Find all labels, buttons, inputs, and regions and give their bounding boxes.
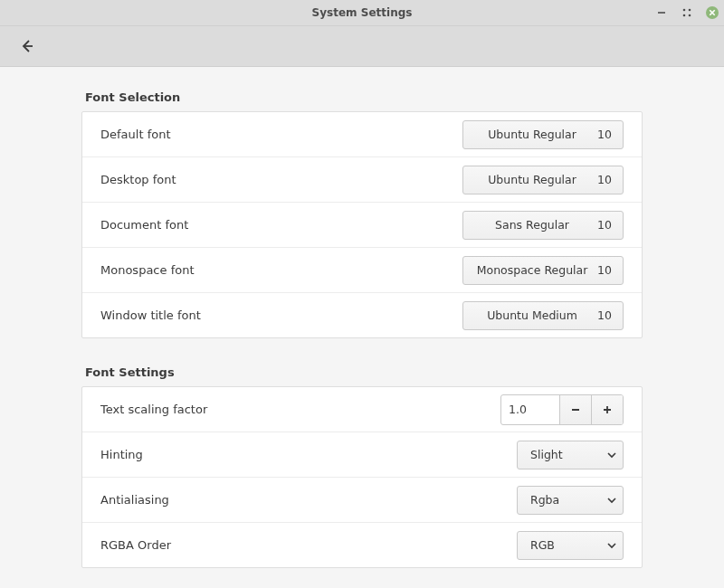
row-window-title-font: Window title font Ubuntu Medium 10	[82, 293, 642, 337]
font-size: 10	[597, 218, 612, 232]
svg-point-1	[683, 9, 686, 12]
rgba-order-dropdown[interactable]: RGB	[517, 531, 624, 560]
label-antialiasing: Antialiasing	[100, 493, 517, 507]
font-name: Ubuntu Regular	[476, 173, 588, 186]
titlebar: System Settings	[0, 0, 724, 26]
dropdown-value: Rgba	[530, 493, 606, 507]
stepper-value[interactable]: 1.0	[501, 395, 559, 424]
stepper-increment[interactable]	[591, 395, 623, 424]
font-picker-window-title[interactable]: Ubuntu Medium 10	[462, 301, 624, 330]
font-size: 10	[597, 173, 612, 186]
text-scaling-stepper[interactable]: 1.0	[500, 394, 624, 425]
font-picker-default[interactable]: Ubuntu Regular 10	[462, 120, 624, 149]
font-name: Monospace Regular	[476, 263, 588, 277]
font-selection-list: Default font Ubuntu Regular 10 Desktop f…	[81, 111, 643, 338]
minimize-button[interactable]	[655, 6, 668, 19]
stepper-decrement[interactable]	[559, 395, 591, 424]
maximize-button[interactable]	[681, 6, 693, 19]
hinting-dropdown[interactable]: Slight	[517, 441, 624, 469]
font-name: Sans Regular	[476, 218, 588, 232]
window-title: System Settings	[0, 6, 724, 19]
label-rgba-order: RGBA Order	[100, 538, 517, 552]
antialiasing-dropdown[interactable]: Rgba	[517, 486, 624, 515]
svg-point-4	[689, 14, 691, 17]
dropdown-value: Slight	[530, 448, 606, 461]
font-picker-monospace[interactable]: Monospace Regular 10	[462, 256, 624, 285]
chevron-down-icon	[606, 540, 617, 551]
row-desktop-font: Desktop font Ubuntu Regular 10	[82, 157, 642, 203]
font-size: 10	[597, 263, 612, 277]
font-picker-desktop[interactable]: Ubuntu Regular 10	[462, 166, 624, 194]
label-document-font: Document font	[100, 218, 462, 232]
chevron-down-icon	[606, 450, 617, 460]
window-controls	[655, 0, 719, 25]
label-monospace-font: Monospace font	[100, 263, 462, 277]
label-default-font: Default font	[100, 128, 462, 141]
section-title-font-settings: Font Settings	[85, 365, 643, 379]
label-window-title-font: Window title font	[100, 308, 462, 322]
font-picker-document[interactable]: Sans Regular 10	[462, 211, 624, 240]
label-desktop-font: Desktop font	[100, 173, 462, 186]
row-monospace-font: Monospace font Monospace Regular 10	[82, 248, 642, 293]
headerbar	[0, 26, 724, 67]
font-size: 10	[597, 308, 612, 322]
font-size: 10	[597, 128, 612, 141]
svg-point-2	[689, 9, 691, 12]
back-button[interactable]	[14, 33, 40, 59]
label-hinting: Hinting	[100, 448, 517, 461]
row-text-scaling: Text scaling factor 1.0	[82, 387, 642, 432]
chevron-down-icon	[606, 495, 617, 506]
section-title-font-selection: Font Selection	[85, 90, 643, 104]
font-name: Ubuntu Medium	[476, 308, 588, 322]
row-document-font: Document font Sans Regular 10	[82, 203, 642, 248]
row-default-font: Default font Ubuntu Regular 10	[82, 112, 642, 157]
font-settings-list: Text scaling factor 1.0 Hinting Slight	[81, 386, 643, 568]
content-area: Font Selection Default font Ubuntu Regul…	[0, 67, 724, 588]
dropdown-value: RGB	[530, 538, 606, 552]
font-name: Ubuntu Regular	[476, 128, 588, 141]
svg-point-3	[683, 14, 686, 17]
row-hinting: Hinting Slight	[82, 432, 642, 478]
row-rgba-order: RGBA Order RGB	[82, 523, 642, 567]
close-button[interactable]	[706, 6, 719, 19]
row-antialiasing: Antialiasing Rgba	[82, 478, 642, 523]
label-text-scaling: Text scaling factor	[100, 403, 500, 416]
